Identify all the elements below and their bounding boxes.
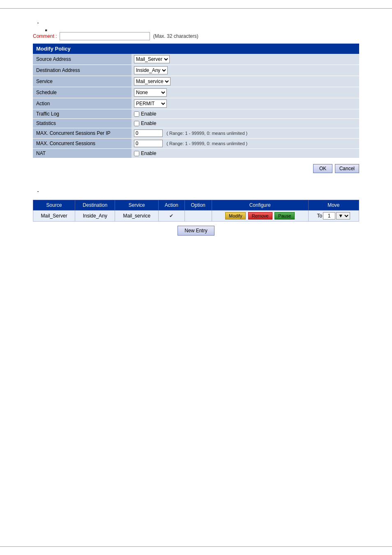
field-row-schedule: Schedule None [33,87,359,98]
action-buttons: OK Cancel [33,164,359,173]
modify-policy-header: Modify Policy [33,44,359,54]
col-header-move: Move [308,200,359,210]
remove-button[interactable]: Remove [248,212,272,220]
comment-label: Comment : [33,33,57,39]
field-value-service: Mail_service [131,76,359,87]
move-to-label: To [317,213,323,219]
action-select[interactable]: PERMIT [134,99,167,108]
row-service: Mail_service [115,210,159,222]
bullet-dot-bottom: . [37,185,359,194]
row-option [184,210,212,222]
field-row-action: Action PERMIT [33,98,359,109]
statistics-enable: Enable [134,120,357,126]
row-configure-buttons: Modify Remove Pause [212,210,308,222]
schedule-select[interactable]: None [134,88,167,97]
policy-list-thead: Source Destination Service Action Option… [33,200,359,210]
modify-policy-header-row: Modify Policy [33,44,359,54]
policy-list-table: Source Destination Service Action Option… [33,200,359,222]
col-header-service: Service [115,200,159,210]
source-address-select[interactable]: Mail_Server [134,55,170,63]
col-header-action: Action [159,200,185,210]
pause-button[interactable]: Pause [274,212,295,220]
field-row-max-sessions-per-ip: MAX. Concurrent Sessions Per IP ( Range:… [33,128,359,139]
field-label-max-sessions-per-ip: MAX. Concurrent Sessions Per IP [33,128,131,139]
field-value-max-sessions-per-ip: ( Range: 1 - 99999, 0: means unlimited ) [131,128,359,139]
col-header-source: Source [33,200,75,210]
row-action-check: ✔ [159,210,185,222]
field-value-source-address: Mail_Server [131,54,359,65]
field-row-destination-address: Destination Address Inside_Any [33,65,359,76]
field-label-schedule: Schedule [33,87,131,98]
destination-address-select[interactable]: Inside_Any [134,66,168,74]
field-value-nat: Enable [131,149,359,158]
col-header-configure: Configure [212,200,308,210]
new-entry-area: New Entry [33,226,359,236]
row-source: Mail_Server [33,210,75,222]
field-label-nat: NAT [33,149,131,158]
max-sessions-per-ip-range: ( Range: 1 - 99999, 0: means unlimited ) [166,131,247,136]
max-sessions-input[interactable] [134,140,163,147]
field-value-max-sessions: ( Range: 1 - 99999, 0: means unlimited ) [131,139,359,149]
bullet-section-bottom: . [33,185,359,194]
col-header-destination: Destination [75,200,115,210]
field-value-schedule: None [131,87,359,98]
row-move: To ▼ [308,210,359,222]
field-label-service: Service [33,76,131,87]
comment-hint: (Max. 32 characters) [153,33,198,39]
field-value-traffic-log: Enable [131,109,359,119]
field-value-destination-address: Inside_Any [131,65,359,76]
field-row-service: Service Mail_service [33,76,359,87]
statistics-label: Enable [141,120,156,126]
comment-input[interactable] [60,32,150,40]
field-value-action: PERMIT [131,98,359,109]
bullet-dot-top: . [37,17,359,25]
modify-button[interactable]: Modify [225,212,246,220]
policy-list-header-row: Source Destination Service Action Option… [33,200,359,210]
service-select[interactable]: Mail_service [134,77,171,86]
ok-button[interactable]: OK [313,164,332,173]
traffic-log-label: Enable [141,111,156,117]
page-container: . Comment : (Max. 32 characters) Modify … [0,0,392,555]
field-row-traffic-log: Traffic Log Enable [33,109,359,119]
field-label-max-sessions: MAX. Concurrent Sessions [33,139,131,149]
statistics-checkbox[interactable] [134,121,139,126]
row-destination: Inside_Any [75,210,115,222]
table-row: Mail_Server Inside_Any Mail_service ✔ Mo… [33,210,359,222]
comment-row: Comment : (Max. 32 characters) [33,32,359,40]
cancel-button[interactable]: Cancel [335,164,359,173]
top-border [0,8,392,9]
field-row-statistics: Statistics Enable [33,119,359,128]
move-select[interactable]: ▼ [336,212,350,220]
policy-list-tbody: Mail_Server Inside_Any Mail_service ✔ Mo… [33,210,359,222]
new-entry-button[interactable]: New Entry [178,226,214,236]
modify-policy-table: Modify Policy Source Address Mail_Server… [33,44,359,158]
col-header-option: Option [184,200,212,210]
bullet-section-top: . [33,17,359,25]
nat-enable: Enable [134,150,357,156]
move-input[interactable] [323,212,335,220]
traffic-log-enable: Enable [134,111,357,117]
field-label-statistics: Statistics [33,119,131,128]
bottom-border [0,546,392,547]
move-cell: To ▼ [312,212,355,220]
nat-checkbox[interactable] [134,151,139,156]
max-sessions-range: ( Range: 1 - 99999, 0: means unlimited ) [166,141,247,146]
field-row-source-address: Source Address Mail_Server [33,54,359,65]
field-label-traffic-log: Traffic Log [33,109,131,119]
content-area: . Comment : (Max. 32 characters) Modify … [0,17,392,236]
traffic-log-checkbox[interactable] [134,111,139,117]
nat-label: Enable [141,150,156,156]
max-sessions-per-ip-input[interactable] [134,130,163,137]
field-value-statistics: Enable [131,119,359,128]
field-label-source-address: Source Address [33,54,131,65]
field-row-nat: NAT Enable [33,149,359,158]
field-label-action: Action [33,98,131,109]
field-row-max-sessions: MAX. Concurrent Sessions ( Range: 1 - 99… [33,139,359,149]
field-label-destination-address: Destination Address [33,65,131,76]
